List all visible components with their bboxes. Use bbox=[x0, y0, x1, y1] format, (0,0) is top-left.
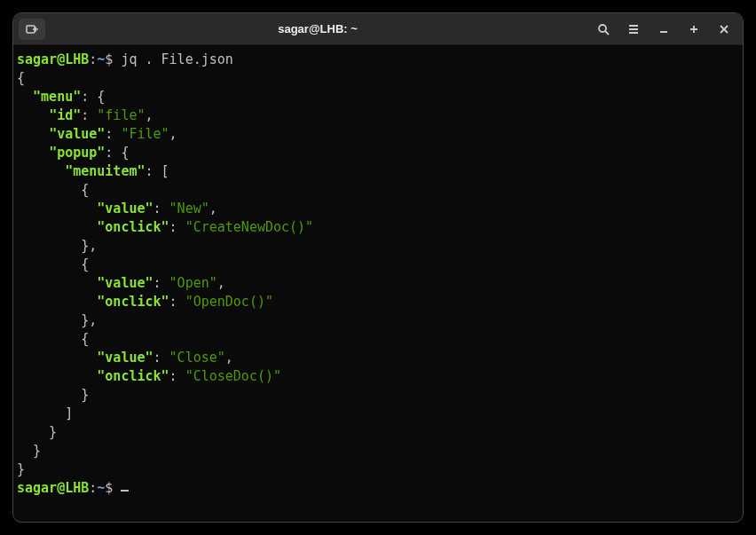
new-tab-button[interactable] bbox=[19, 19, 45, 40]
output-line: "value": "File", bbox=[17, 125, 739, 144]
cursor bbox=[121, 490, 129, 492]
prompt-host: LHB bbox=[65, 480, 89, 496]
titlebar: sagar@LHB: ~ bbox=[13, 13, 743, 45]
terminal-window: sagar@LHB: ~ sagar@LHB:~$ jq . File.json… bbox=[12, 12, 744, 523]
output-line: } bbox=[17, 460, 739, 479]
prompt-line: sagar@LHB:~$ jq . File.json bbox=[17, 51, 739, 69]
prompt-colon: : bbox=[89, 51, 97, 67]
search-icon bbox=[597, 23, 610, 35]
output-line: } bbox=[17, 442, 739, 460]
prompt-host: LHB bbox=[65, 51, 89, 67]
output-line: "menuitem": [ bbox=[17, 162, 739, 181]
menu-button[interactable] bbox=[620, 19, 647, 40]
output-line: "value": "Close", bbox=[17, 349, 739, 367]
output-line: { bbox=[17, 69, 739, 88]
close-icon bbox=[719, 24, 729, 35]
prompt-path: ~ bbox=[97, 51, 105, 67]
minimize-button[interactable] bbox=[650, 19, 677, 40]
minimize-icon bbox=[658, 24, 669, 35]
svg-point-3 bbox=[599, 25, 606, 32]
prompt-dollar: $ bbox=[105, 51, 121, 67]
hamburger-icon bbox=[627, 23, 640, 35]
prompt-at: @ bbox=[57, 480, 65, 496]
output-line: }, bbox=[17, 237, 739, 256]
maximize-button[interactable] bbox=[681, 19, 707, 40]
search-button[interactable] bbox=[590, 19, 617, 40]
output-line: "onclick": "CreateNewDoc()" bbox=[17, 218, 739, 237]
window-title: sagar@LHB: ~ bbox=[49, 22, 587, 35]
prompt-at: @ bbox=[57, 51, 65, 67]
output-line: ] bbox=[17, 405, 739, 423]
output-line: } bbox=[17, 423, 739, 442]
new-tab-icon bbox=[26, 23, 38, 35]
output-line: { bbox=[17, 256, 739, 274]
output-line: "value": "Open", bbox=[17, 274, 739, 293]
prompt-user: sagar bbox=[17, 480, 57, 496]
output-line: } bbox=[17, 386, 739, 405]
prompt-path: ~ bbox=[97, 480, 105, 496]
output-line: }, bbox=[17, 311, 739, 330]
output-line: "onclick": "OpenDoc()" bbox=[17, 293, 739, 311]
close-button[interactable] bbox=[711, 19, 737, 40]
output-line: "value": "New", bbox=[17, 200, 739, 218]
maximize-icon bbox=[689, 24, 699, 35]
command-text: jq . File.json bbox=[121, 51, 232, 67]
output-line: "menu": { bbox=[17, 88, 739, 106]
prompt-line: sagar@LHB:~$ bbox=[17, 479, 739, 498]
output-line: "onclick": "CloseDoc()" bbox=[17, 367, 739, 386]
output-line: "id": "file", bbox=[17, 106, 739, 125]
prompt-dollar: $ bbox=[105, 480, 121, 496]
svg-line-4 bbox=[605, 31, 609, 35]
prompt-user: sagar bbox=[17, 51, 57, 67]
output-line: "popup": { bbox=[17, 144, 739, 162]
output-line: { bbox=[17, 330, 739, 349]
prompt-colon: : bbox=[89, 480, 97, 496]
output-line: { bbox=[17, 181, 739, 200]
terminal-body[interactable]: sagar@LHB:~$ jq . File.json { "menu": { … bbox=[13, 45, 743, 522]
